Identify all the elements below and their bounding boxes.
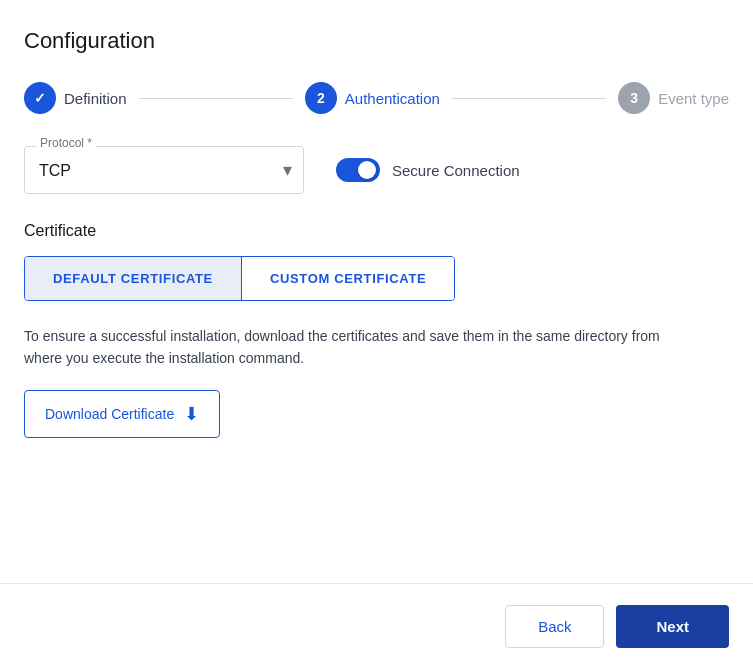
footer-divider <box>0 583 753 584</box>
step-label-event-type: Event type <box>658 90 729 107</box>
tab-custom-certificate[interactable]: CUSTOM CERTIFICATE <box>242 257 454 300</box>
page-container: Configuration ✓ Definition 2 Authenticat… <box>0 0 753 438</box>
protocol-select[interactable]: TCP UDP HTTP HTTPS <box>24 146 304 194</box>
protocol-wrapper: Protocol * TCP UDP HTTP HTTPS ▾ <box>24 146 304 194</box>
page-title: Configuration <box>24 28 729 54</box>
download-certificate-button[interactable]: Download Certificate ⬇ <box>24 390 220 438</box>
certificate-tabs: DEFAULT CERTIFICATE CUSTOM CERTIFICATE <box>24 256 455 301</box>
secure-connection-toggle-row: Secure Connection <box>336 158 520 182</box>
checkmark-icon: ✓ <box>34 90 46 106</box>
stepper: ✓ Definition 2 Authentication 3 Event ty… <box>24 82 729 114</box>
footer: Back Next <box>0 589 753 664</box>
step-authentication: 2 Authentication <box>305 82 440 114</box>
download-icon: ⬇ <box>184 403 199 425</box>
secure-connection-toggle[interactable] <box>336 158 380 182</box>
step-line-2 <box>452 98 606 99</box>
step-label-authentication: Authentication <box>345 90 440 107</box>
form-section: Protocol * TCP UDP HTTP HTTPS ▾ Secure C… <box>24 146 729 194</box>
step-event-type: 3 Event type <box>618 82 729 114</box>
step-circle-definition: ✓ <box>24 82 56 114</box>
certificate-section: Certificate DEFAULT CERTIFICATE CUSTOM C… <box>24 222 729 438</box>
step-number-event-type: 3 <box>630 90 638 106</box>
certificate-description: To ensure a successful installation, dow… <box>24 325 684 370</box>
download-button-label: Download Certificate <box>45 406 174 422</box>
tab-default-certificate[interactable]: DEFAULT CERTIFICATE <box>25 257 242 300</box>
protocol-label: Protocol * <box>36 136 96 150</box>
secure-connection-label: Secure Connection <box>392 162 520 179</box>
step-label-definition: Definition <box>64 90 127 107</box>
step-definition: ✓ Definition <box>24 82 127 114</box>
back-button[interactable]: Back <box>505 605 604 648</box>
step-number-authentication: 2 <box>317 90 325 106</box>
step-circle-event-type: 3 <box>618 82 650 114</box>
step-line-1 <box>139 98 293 99</box>
next-button[interactable]: Next <box>616 605 729 648</box>
certificate-section-title: Certificate <box>24 222 729 240</box>
step-circle-authentication: 2 <box>305 82 337 114</box>
toggle-thumb <box>358 161 376 179</box>
field-row: Protocol * TCP UDP HTTP HTTPS ▾ Secure C… <box>24 146 729 194</box>
